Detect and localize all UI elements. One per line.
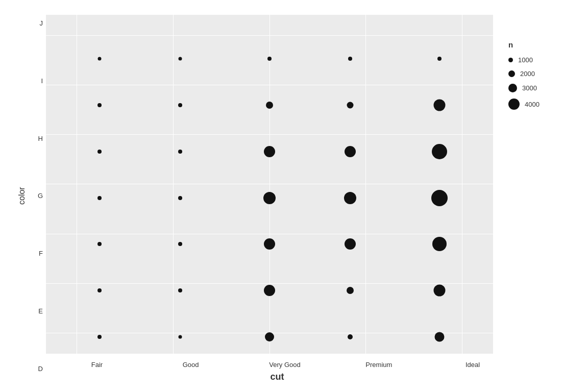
legend-dot — [508, 58, 513, 62]
y-tick: I — [41, 78, 43, 84]
x-tick: Good — [176, 361, 206, 369]
chart-inner: color JIHGFED FairGoodVery GoodPremiumId… — [13, 10, 575, 382]
data-dot — [263, 192, 276, 204]
data-dot — [433, 285, 445, 297]
data-dot — [178, 288, 182, 292]
data-dot — [433, 100, 445, 111]
dots-layer — [46, 15, 493, 354]
data-dot — [265, 332, 274, 341]
legend-title: n — [508, 40, 513, 49]
legend-label: 4000 — [525, 101, 540, 108]
legend-item: 3000 — [508, 84, 540, 92]
legend-items: 1000200030004000 — [508, 56, 540, 116]
y-tick: H — [38, 135, 43, 142]
data-dot — [98, 57, 102, 61]
y-axis-label: color — [13, 10, 31, 382]
data-dot — [97, 196, 102, 200]
data-dot — [266, 102, 273, 109]
data-dot — [432, 144, 447, 159]
data-dot — [97, 335, 102, 339]
legend-label: 2000 — [520, 70, 535, 78]
data-dot — [97, 103, 102, 107]
data-dot — [345, 238, 356, 250]
x-tick: Premium — [363, 361, 394, 369]
data-dot — [434, 332, 444, 341]
data-dot — [267, 57, 272, 61]
data-dot — [97, 288, 102, 292]
x-tick: Very Good — [269, 361, 300, 369]
data-dot — [344, 192, 356, 204]
data-dot — [178, 103, 182, 107]
y-tick: J — [40, 20, 43, 27]
data-dot — [178, 57, 182, 61]
x-tick: Ideal — [457, 361, 488, 369]
legend-dot — [508, 84, 517, 92]
legend-area: n 1000200030004000 — [493, 10, 575, 382]
legend-dot — [508, 99, 520, 110]
data-dot — [347, 287, 354, 294]
data-dot — [345, 146, 356, 157]
legend-item: 2000 — [508, 70, 540, 78]
data-dot — [264, 238, 275, 250]
x-axis-label: cut — [61, 372, 493, 382]
data-dot — [97, 242, 102, 246]
legend-item: 1000 — [508, 56, 540, 64]
data-dot — [431, 190, 448, 206]
plot-with-yaxis: color JIHGFED FairGoodVery GoodPremiumId… — [13, 10, 493, 382]
data-dot — [178, 242, 182, 246]
chart-container: color JIHGFED FairGoodVery GoodPremiumId… — [13, 10, 575, 382]
data-dot — [348, 57, 352, 61]
data-dot — [264, 146, 275, 157]
legend-dot — [508, 70, 515, 77]
plot-area-wrapper: color JIHGFED FairGoodVery GoodPremiumId… — [13, 10, 493, 382]
legend-label: 1000 — [518, 56, 533, 64]
data-dot — [178, 335, 182, 338]
legend-label: 3000 — [522, 84, 537, 92]
data-dot — [264, 285, 275, 296]
data-dot — [178, 196, 182, 200]
y-axis-ticks: JIHGFED — [31, 10, 46, 382]
x-tick: Fair — [82, 361, 112, 369]
data-dot — [97, 150, 102, 154]
data-dot — [437, 57, 442, 61]
plot-panel — [46, 15, 493, 354]
y-tick: G — [38, 192, 43, 199]
data-dot — [432, 237, 447, 251]
y-tick: D — [38, 365, 43, 372]
y-tick: E — [38, 308, 43, 314]
x-axis-ticks: FairGoodVery GoodPremiumIdeal — [61, 359, 493, 369]
data-dot — [348, 334, 353, 339]
data-dot — [347, 102, 353, 109]
y-tick: F — [39, 250, 43, 257]
data-dot — [178, 150, 182, 154]
legend-item: 4000 — [508, 99, 540, 110]
